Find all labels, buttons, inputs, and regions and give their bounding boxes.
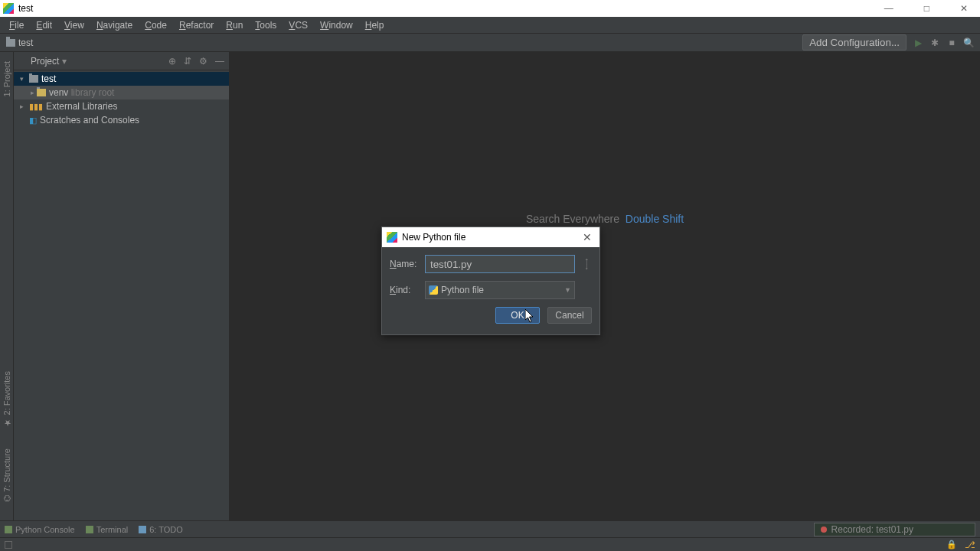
menu-run[interactable]: Run	[220, 18, 249, 32]
tree-scratches[interactable]: ◧ Scratches and Consoles	[14, 113, 229, 127]
window-minimize[interactable]: —	[875, 3, 903, 14]
target-icon[interactable]: ⊕	[168, 56, 176, 67]
editor-hints: Search Everywhere Double Shift	[526, 213, 684, 225]
name-input[interactable]	[425, 255, 575, 273]
git-icon[interactable]: ⎇	[965, 540, 975, 550]
tab-favorites[interactable]: ★ 2: Favorites	[2, 368, 11, 431]
window-maximize[interactable]: □	[915, 3, 939, 14]
cancel-button[interactable]: Cancel	[547, 307, 592, 324]
tab-terminal[interactable]: Terminal	[86, 525, 129, 534]
dialog-close-icon[interactable]: ✕	[580, 231, 595, 243]
folder-icon	[29, 75, 38, 83]
todo-icon	[139, 526, 146, 533]
search-icon[interactable]: 🔍	[963, 37, 974, 48]
tab-structure[interactable]: ⌬ 7: Structure	[2, 445, 11, 505]
menu-tools[interactable]: Tools	[249, 18, 283, 32]
tree-external-libraries[interactable]: ▸ ▮▮▮ External Libraries	[14, 99, 229, 113]
menu-view[interactable]: View	[58, 18, 90, 32]
record-icon	[821, 527, 827, 533]
menu-window[interactable]: Window	[314, 18, 359, 32]
collapse-icon[interactable]: ⇵	[184, 56, 191, 67]
left-tab-strip: 1: Project ★ 2: Favorites ⌬ 7: Structure	[0, 52, 14, 539]
project-panel-title: Project	[31, 56, 59, 67]
sort-icon[interactable]: ↑↓	[581, 259, 592, 269]
app-icon	[387, 232, 397, 243]
lock-icon[interactable]: 🔒	[946, 540, 957, 550]
terminal-icon	[86, 526, 93, 533]
window-titlebar: test — □ ✕	[0, 0, 980, 17]
stop-icon[interactable]: ■	[946, 37, 957, 48]
tree-root[interactable]: ▾ test	[14, 72, 229, 86]
ok-button[interactable]: OK	[495, 307, 540, 324]
tab-python-console[interactable]: Python Console	[5, 525, 75, 534]
tree-venv[interactable]: ▸ venv library root	[14, 86, 229, 99]
menu-help[interactable]: Help	[359, 18, 390, 32]
scratch-icon: ◧	[29, 116, 37, 126]
run-icon[interactable]: ▶	[913, 37, 923, 48]
window-title: test	[18, 3, 33, 14]
new-python-file-dialog: New Python file ✕ Name: ↑↓ Kind: Python …	[381, 227, 600, 335]
kind-label: Kind:	[390, 285, 419, 295]
menubar: File Edit View Navigate Code Refactor Ru…	[0, 17, 980, 34]
kind-select[interactable]: Python file ▼	[425, 281, 575, 299]
tab-todo[interactable]: 6: TODO	[139, 525, 183, 534]
library-icon: ▮▮▮	[29, 102, 43, 112]
menu-file[interactable]: File	[3, 18, 30, 32]
menu-navigate[interactable]: Navigate	[90, 18, 139, 32]
project-panel: Project ▾ ⊕ ⇵ ⚙ — ▾ test ▸ venv	[14, 52, 230, 539]
menu-refactor[interactable]: Refactor	[173, 18, 220, 32]
menu-edit[interactable]: Edit	[30, 18, 58, 32]
menu-code[interactable]: Code	[139, 18, 173, 32]
debug-icon[interactable]: ✱	[929, 37, 940, 48]
python-icon	[429, 285, 438, 295]
navbar: test Add Configuration... ▶ ✱ ■ 🔍	[0, 34, 980, 52]
chevron-down-icon: ▼	[564, 286, 571, 294]
window-close[interactable]: ✕	[951, 3, 977, 14]
gear-icon[interactable]: ⚙	[199, 56, 207, 67]
library-root-hint: library root	[71, 87, 115, 98]
tool-window-icon[interactable]	[5, 541, 12, 549]
panel-folder-icon	[18, 57, 28, 65]
hide-icon[interactable]: —	[215, 56, 224, 67]
console-icon	[5, 526, 12, 533]
menu-vcs[interactable]: VCS	[283, 18, 314, 32]
statusbar: 🔒 ⎇	[0, 537, 980, 551]
dropdown-icon[interactable]: ▾	[62, 56, 67, 67]
bottom-tabs: Python Console Terminal 6: TODO Recorded…	[0, 520, 980, 537]
dialog-title: New Python file	[402, 232, 466, 243]
breadcrumb[interactable]: test	[18, 37, 33, 48]
recorded-badge[interactable]: Recorded: test01.py	[814, 523, 975, 536]
tab-project[interactable]: 1: Project	[2, 58, 11, 99]
folder-icon	[37, 89, 46, 96]
project-tree: ▾ test ▸ venv library root ▸ ▮▮▮ Externa…	[14, 70, 229, 539]
folder-icon	[6, 39, 15, 47]
name-label: Name:	[390, 259, 419, 269]
app-icon	[3, 3, 14, 14]
add-configuration-button[interactable]: Add Configuration...	[802, 34, 906, 51]
editor-area: Search Everywhere Double Shift	[230, 52, 980, 539]
